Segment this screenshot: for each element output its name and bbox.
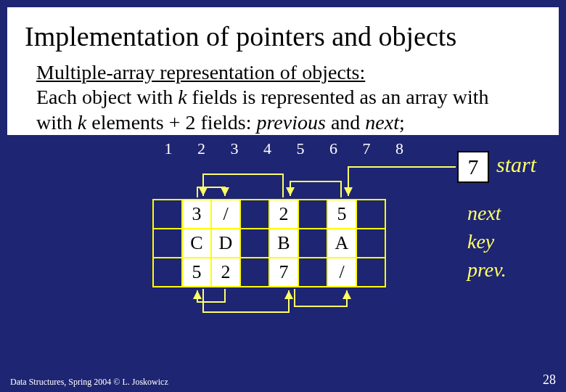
diagram-area: 1 2 3 4 5 6 7 8 7 start next key prev. 3… xyxy=(7,135,559,346)
var-k: k xyxy=(78,111,86,134)
text-frag: with xyxy=(36,111,78,134)
cell xyxy=(240,229,269,258)
cell xyxy=(298,258,327,287)
cell: A xyxy=(327,229,356,258)
var-next: next xyxy=(365,111,399,134)
text-frag: and xyxy=(326,111,365,134)
cell xyxy=(356,258,385,287)
key-row: C D B A xyxy=(153,229,385,258)
row-label-prev: prev. xyxy=(467,256,506,284)
body-text: Multiple-array representation of objects… xyxy=(7,57,559,135)
footer-text: Data Structures, Spring 2004 © L. Joskow… xyxy=(10,377,168,388)
cell: / xyxy=(211,200,240,229)
col-label: 3 xyxy=(220,139,249,158)
col-label: 2 xyxy=(187,139,216,158)
start-label: start xyxy=(496,152,536,177)
var-k: k xyxy=(178,86,186,108)
cell: B xyxy=(269,229,298,258)
paragraph: Each object with k fields is represented… xyxy=(36,84,541,135)
column-labels: 1 2 3 4 5 6 7 8 xyxy=(154,139,414,158)
cell xyxy=(153,200,182,229)
row-labels: next key prev. xyxy=(467,199,506,285)
cell: 5 xyxy=(182,258,211,287)
col-label: 4 xyxy=(253,139,282,158)
cell xyxy=(356,200,385,229)
cell xyxy=(153,258,182,287)
text-frag: ; xyxy=(399,111,405,134)
cell: 7 xyxy=(269,258,298,287)
cell: D xyxy=(211,229,240,258)
cell xyxy=(240,258,269,287)
cell: 5 xyxy=(327,200,356,229)
cell xyxy=(240,200,269,229)
col-label: 6 xyxy=(319,139,348,158)
row-label-key: key xyxy=(467,227,506,256)
col-label: 8 xyxy=(385,139,414,158)
subheading: Multiple-array representation of objects… xyxy=(36,61,541,84)
cell xyxy=(153,229,182,258)
cell: / xyxy=(327,258,356,287)
start-value: 7 xyxy=(457,151,489,183)
array-table: 3 / 2 5 C D B A 5 2 7 / xyxy=(152,199,386,287)
cell: 3 xyxy=(182,200,211,229)
cell: C xyxy=(182,229,211,258)
page-number: 28 xyxy=(543,372,556,388)
cell xyxy=(298,229,327,258)
col-label: 1 xyxy=(154,139,183,158)
text-frag: fields is represented as an array with xyxy=(187,86,489,108)
prev-row: 5 2 7 / xyxy=(153,258,385,287)
var-previous: previous xyxy=(257,111,326,134)
text-frag: elements + 2 fields: xyxy=(86,111,256,134)
col-label: 5 xyxy=(286,139,315,158)
col-label: 7 xyxy=(352,139,381,158)
cell: 2 xyxy=(211,258,240,287)
row-label-next: next xyxy=(467,199,506,227)
slide-title: Implementation of pointers and objects xyxy=(7,7,559,57)
cell: 2 xyxy=(269,200,298,229)
text-frag: Each object with xyxy=(36,86,178,108)
cell xyxy=(356,229,385,258)
next-row: 3 / 2 5 xyxy=(153,200,385,229)
cell xyxy=(298,200,327,229)
